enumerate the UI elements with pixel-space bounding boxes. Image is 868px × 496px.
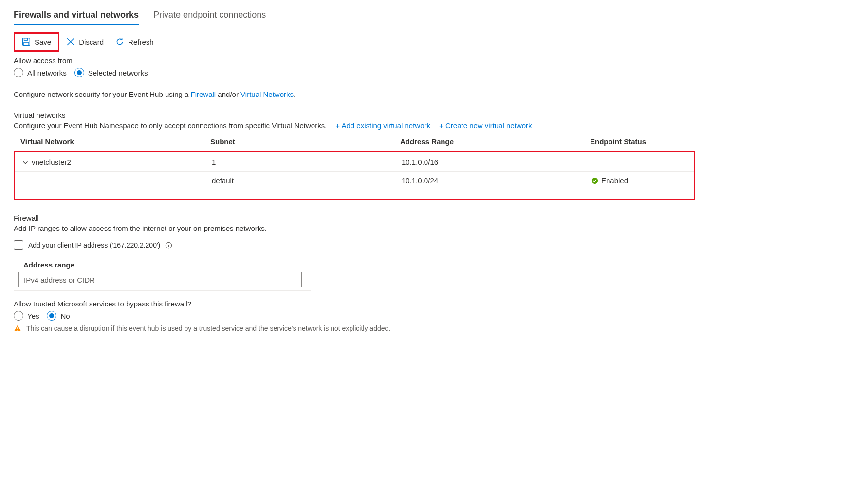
vnet-table: Virtual Network Subnet Address Range End… [14,133,695,200]
range-cell: 10.1.0.0/24 [402,176,591,185]
chevron-down-icon[interactable] [22,159,29,166]
firewall-header: Firewall [14,214,710,222]
svg-rect-2 [24,42,29,45]
add-client-ip-label: Add your client IP address ('167.220.2.2… [28,241,160,249]
warning-text: This can cause a disruption if this even… [26,324,390,332]
refresh-icon [115,38,124,46]
radio-selected-label: Selected networks [88,69,148,77]
warning-icon [14,324,21,332]
tab-bar: Firewalls and virtual networks Private e… [14,10,710,25]
firewall-sub: Add IP ranges to allow access from the i… [14,224,710,232]
configure-line: Configure network security for your Even… [14,90,710,98]
svg-rect-1 [24,38,28,41]
svg-rect-10 [17,327,18,329]
tab-private-endpoint[interactable]: Private endpoint connections [153,10,266,25]
svg-rect-11 [17,330,18,331]
col-subnet: Subnet [210,137,400,146]
save-button[interactable]: Save [17,35,56,49]
radio-icon [14,68,23,77]
refresh-label: Refresh [128,38,154,46]
firewall-link[interactable]: Firewall [191,90,216,98]
warning-message: This can cause a disruption if this even… [14,324,710,332]
col-virtual-network: Virtual Network [20,137,210,146]
col-address-range: Address Range [400,137,590,146]
table-row[interactable]: vnetcluster2 1 10.1.0.0/16 [15,153,694,172]
save-icon [22,38,31,46]
radio-trusted-no[interactable]: No [47,311,70,321]
close-icon [66,38,75,46]
discard-button[interactable]: Discard [61,35,109,49]
col-endpoint-status: Endpoint Status [590,137,702,146]
svg-point-5 [592,177,598,183]
virtual-networks-sub: Configure your Event Hub Namespace to on… [14,121,327,130]
discard-label: Discard [79,38,104,46]
allow-access-label: Allow access from [14,57,710,65]
subnet-cell: default [212,176,402,185]
radio-all-label: All networks [27,69,67,77]
add-existing-vnet-link[interactable]: + Add existing virtual network [335,121,430,130]
create-new-vnet-link[interactable]: + Create new virtual network [439,121,532,130]
check-circle-icon [591,177,598,184]
vnet-name-cell: vnetcluster2 [22,158,212,166]
tab-firewalls[interactable]: Firewalls and virtual networks [14,10,139,25]
radio-yes-label: Yes [27,312,39,320]
radio-icon [14,311,23,321]
add-client-ip-checkbox[interactable] [14,240,23,250]
trusted-label: Allow trusted Microsoft services to bypa… [14,300,710,308]
radio-trusted-yes[interactable]: Yes [14,311,39,321]
address-range-column: Address range [14,258,315,272]
radio-selected-networks[interactable]: Selected networks [74,68,148,77]
radio-all-networks[interactable]: All networks [14,68,67,77]
refresh-button[interactable]: Refresh [111,35,159,49]
svg-point-8 [168,243,169,244]
toolbar: Save Discard Refresh [14,32,710,52]
radio-icon [74,68,84,77]
range-cell: 10.1.0.0/16 [402,158,591,166]
save-label: Save [35,38,51,46]
info-icon[interactable] [165,242,172,249]
radio-icon [47,311,56,321]
table-row[interactable]: default 10.1.0.0/24 Enabled [15,172,694,190]
radio-no-label: No [60,312,70,320]
address-range-input[interactable] [18,272,302,287]
table-header: Virtual Network Subnet Address Range End… [14,133,695,151]
status-cell: Enabled [591,176,703,185]
virtual-networks-link[interactable]: Virtual Networks [240,90,294,98]
virtual-networks-header: Virtual networks [14,111,710,119]
subnet-cell: 1 [212,158,402,166]
